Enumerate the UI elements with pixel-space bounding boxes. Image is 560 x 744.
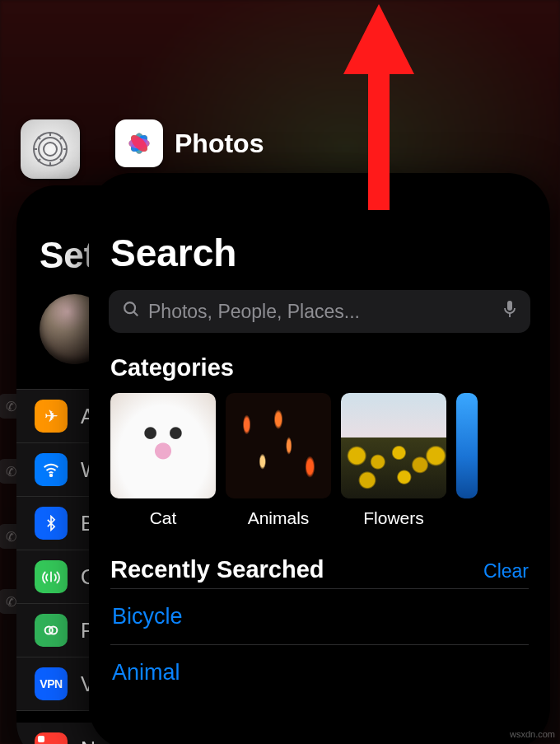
bluetooth-icon <box>35 507 68 540</box>
category-item-cat[interactable]: Cat <box>110 393 216 528</box>
recently-searched-list: Bicycle Animal <box>89 588 550 700</box>
svg-rect-17 <box>507 301 512 311</box>
photos-app-icon <box>115 119 163 167</box>
category-label: Cat <box>150 508 177 528</box>
photos-search-field[interactable] <box>109 290 530 333</box>
category-thumbnail <box>110 393 216 498</box>
search-icon <box>122 300 140 323</box>
watermark: wsxdn.com <box>510 729 555 739</box>
vpn-icon: VPN <box>35 667 68 700</box>
settings-app-icon <box>21 119 80 179</box>
cellular-icon <box>35 560 68 593</box>
dictation-icon[interactable] <box>502 300 517 323</box>
svg-point-1 <box>44 143 57 156</box>
hotspot-icon <box>35 614 68 647</box>
clear-recent-button[interactable]: Clear <box>483 560 529 583</box>
category-item-more[interactable] <box>456 393 478 528</box>
app-switcher-settings-header <box>21 119 80 179</box>
category-label: Flowers <box>363 508 424 528</box>
svg-point-2 <box>39 138 62 161</box>
svg-point-15 <box>124 302 135 313</box>
notifications-icon <box>35 732 68 744</box>
recent-search-item[interactable]: Bicycle <box>110 588 529 644</box>
category-item-flowers[interactable]: Flowers <box>341 393 446 528</box>
airplane-icon: ✈ <box>35 400 68 433</box>
category-thumbnail <box>226 393 331 498</box>
category-thumbnail <box>456 393 478 498</box>
photos-search-title: Search <box>89 231 550 290</box>
categories-row[interactable]: Cat Animals Flowers <box>89 393 550 536</box>
svg-line-16 <box>134 312 138 316</box>
app-switcher-card-photos[interactable]: Search Categories Cat Animals <box>89 173 550 744</box>
app-switcher-photos-title: Photos <box>175 129 264 159</box>
recently-searched-heading: Recently Searched <box>110 556 324 583</box>
app-switcher-photos-header: Photos <box>115 119 264 167</box>
wifi-icon <box>35 453 68 486</box>
category-item-animals[interactable]: Animals <box>226 393 331 528</box>
categories-heading: Categories <box>89 354 550 393</box>
svg-point-4 <box>50 475 52 476</box>
category-thumbnail <box>341 393 446 498</box>
recent-search-item[interactable]: Animal <box>110 644 529 700</box>
category-label: Animals <box>248 508 310 528</box>
photos-search-input[interactable] <box>148 301 494 323</box>
